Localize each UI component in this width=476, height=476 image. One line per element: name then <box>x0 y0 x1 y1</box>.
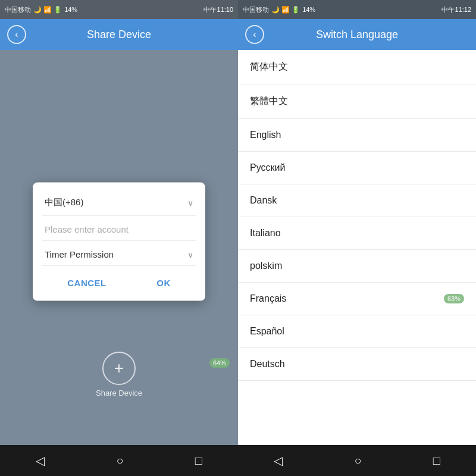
language-label-zh-hans: 简体中文 <box>250 61 288 73</box>
left-title: Share Device <box>33 29 205 41</box>
language-label-pl: polskim <box>250 261 282 271</box>
left-content: 中国(+86) ∨ Please enter account Timer Per… <box>0 50 238 445</box>
language-label-zh-hant: 繁體中文 <box>250 95 288 108</box>
language-label-da: Dansk <box>250 195 277 206</box>
left-status-icons: 🌙 📶 🔋 <box>33 6 62 14</box>
left-time: 中午11:10 <box>203 5 233 14</box>
language-badge-fr: 63% <box>444 294 464 303</box>
permission-selector[interactable]: Timer Permission ∨ <box>42 241 196 266</box>
country-text: 中国(+86) <box>45 197 83 208</box>
language-label-de: Deutsch <box>250 359 285 369</box>
left-nav-back[interactable]: ◁ <box>24 449 57 472</box>
right-carrier: 中国移动 <box>243 5 269 14</box>
language-label-fr: Français <box>250 293 286 304</box>
cancel-button[interactable]: CANCEL <box>53 274 121 292</box>
plus-icon: + <box>114 359 124 378</box>
language-item-da[interactable]: Dansk <box>238 184 476 217</box>
language-item-zh-hant[interactable]: 繁體中文 <box>238 84 476 119</box>
left-panel: 中国移动 🌙 📶 🔋 14% 中午11:10 ‹ Share Device 中国… <box>0 0 238 476</box>
language-item-ru[interactable]: Русский <box>238 152 476 184</box>
left-top-bar: ‹ Share Device <box>0 19 238 50</box>
right-nav-recent[interactable]: □ <box>421 449 452 472</box>
right-status-right: 中午11:12 <box>441 5 471 14</box>
right-battery-pct: 14% <box>302 6 315 13</box>
language-label-it: Italiano <box>250 228 281 239</box>
left-back-icon: ‹ <box>15 29 18 40</box>
right-time: 中午11:12 <box>441 5 471 14</box>
account-placeholder: Please enter account <box>45 224 129 234</box>
language-item-zh-hans[interactable]: 简体中文 <box>238 50 476 84</box>
right-back-button[interactable]: ‹ <box>245 25 264 44</box>
left-nav-home[interactable]: ○ <box>104 449 135 472</box>
right-panel: 中国移动 🌙 📶 🔋 14% 中午11:12 ‹ Switch Language… <box>238 0 476 476</box>
country-chevron-icon: ∨ <box>187 198 193 207</box>
share-device-button[interactable]: + Share Device <box>96 352 142 397</box>
share-device-label: Share Device <box>96 389 142 397</box>
ok-button[interactable]: OK <box>142 274 185 292</box>
left-status-bar: 中国移动 🌙 📶 🔋 14% 中午11:10 <box>0 0 238 19</box>
language-item-fr[interactable]: Français63% <box>238 283 476 315</box>
language-label-es: Español <box>250 326 284 337</box>
left-carrier: 中国移动 <box>5 5 31 14</box>
right-status-bar: 中国移动 🌙 📶 🔋 14% 中午11:12 <box>238 0 476 19</box>
language-item-it[interactable]: Italiano <box>238 217 476 250</box>
language-list: 简体中文繁體中文EnglishРусскийDanskItalianopolsk… <box>238 50 476 445</box>
share-device-circle-icon: + <box>102 352 136 385</box>
right-title: Switch Language <box>271 29 443 41</box>
right-nav-back[interactable]: ◁ <box>262 449 295 472</box>
country-selector[interactable]: 中国(+86) ∨ <box>42 192 196 216</box>
language-item-pl[interactable]: polskim <box>238 250 476 283</box>
percentage-badge: 64% <box>209 358 230 368</box>
account-input[interactable]: Please enter account <box>42 216 196 241</box>
share-dialog: 中国(+86) ∨ Please enter account Timer Per… <box>33 183 205 301</box>
language-label-ru: Русский <box>250 162 285 173</box>
dialog-buttons: CANCEL OK <box>42 266 196 292</box>
right-status-left: 中国移动 🌙 📶 🔋 14% <box>243 5 441 14</box>
right-nav-home[interactable]: ○ <box>342 449 373 472</box>
right-status-icons: 🌙 📶 🔋 <box>271 6 300 14</box>
left-nav-recent[interactable]: □ <box>183 449 214 472</box>
language-item-es[interactable]: Español <box>238 315 476 348</box>
permission-chevron-icon: ∨ <box>187 249 193 259</box>
language-label-en: English <box>250 130 281 140</box>
permission-label: Timer Permission <box>45 249 114 259</box>
left-status-left: 中国移动 🌙 📶 🔋 14% <box>5 5 203 14</box>
language-item-de[interactable]: Deutsch <box>238 348 476 381</box>
language-item-en[interactable]: English <box>238 119 476 152</box>
right-bottom-nav: ◁ ○ □ <box>238 445 476 476</box>
right-back-icon: ‹ <box>253 29 256 40</box>
left-back-button[interactable]: ‹ <box>7 25 26 44</box>
left-battery-pct: 14% <box>64 6 77 13</box>
left-status-right: 中午11:10 <box>203 5 233 14</box>
right-top-bar: ‹ Switch Language <box>238 19 476 50</box>
left-bottom-nav: ◁ ○ □ <box>0 445 238 476</box>
